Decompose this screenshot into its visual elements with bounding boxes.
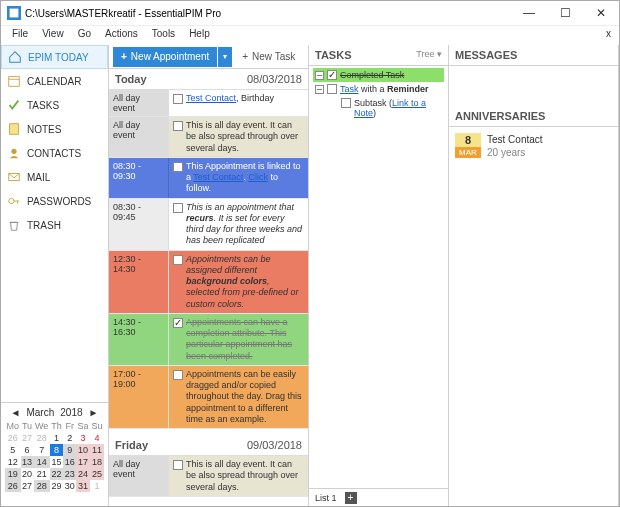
task-checkbox[interactable] — [327, 70, 337, 80]
nav-label: TASKS — [27, 100, 59, 111]
task-row[interactable]: –Task with a Reminder — [313, 82, 444, 96]
maximize-button[interactable]: ☐ — [547, 1, 583, 25]
menubar: File View Go Actions Tools Help x — [1, 25, 619, 45]
menu-help[interactable]: Help — [182, 26, 217, 45]
contacts-icon — [7, 146, 21, 160]
minimize-button[interactable]: — — [511, 1, 547, 25]
sidebar-item-calendar[interactable]: CALENDAR — [1, 69, 108, 93]
event-checkbox[interactable] — [173, 255, 183, 265]
nav-label: NOTES — [27, 124, 61, 135]
plus-icon: + — [121, 51, 127, 62]
sidebar-item-tasks[interactable]: TASKS — [1, 93, 108, 117]
nav-label: TRASH — [27, 220, 61, 231]
calendar-icon — [7, 74, 21, 88]
menu-file[interactable]: File — [5, 26, 35, 45]
cal-grid[interactable]: MoTuWeThFrSaSu 2627281234 567891011 1213… — [5, 420, 104, 492]
event-row[interactable]: 17:00 - 19:00Appointments can be easily … — [109, 366, 308, 429]
event-row[interactable]: 08:30 - 09:45This is an appointment that… — [109, 199, 308, 251]
day-date: 08/03/2018 — [247, 73, 302, 85]
cal-year: 2018 — [60, 407, 82, 418]
event-row[interactable]: 12:30 - 14:30Appointments can be assigne… — [109, 251, 308, 314]
sidebar-item-notes[interactable]: NOTES — [1, 117, 108, 141]
svg-rect-1 — [10, 9, 19, 18]
mail-icon — [7, 170, 21, 184]
new-appointment-dropdown[interactable]: ▾ — [218, 47, 232, 67]
date-badge: 8 MAR — [455, 133, 481, 159]
task-row[interactable]: Subtask (Link to a Note) — [313, 96, 444, 120]
task-checkbox[interactable] — [327, 84, 337, 94]
note-icon — [7, 122, 21, 136]
sidebar: EPIM TODAY CALENDAR TASKS NOTES CONTACTS… — [1, 45, 109, 506]
home-icon — [8, 50, 22, 64]
menu-go[interactable]: Go — [71, 26, 98, 45]
menu-view[interactable]: View — [35, 26, 71, 45]
new-task-button[interactable]: +New Task — [236, 47, 301, 67]
event-row[interactable]: 08:30 - 09:30This Appointment is linked … — [109, 158, 308, 199]
task-collapse[interactable]: – — [315, 71, 324, 80]
window-title: C:\Users\MASTERkreatif - EssentialPIM Pr… — [25, 8, 511, 19]
event-checkbox[interactable] — [173, 121, 183, 131]
nav-label: EPIM TODAY — [28, 52, 89, 63]
sidebar-item-trash[interactable]: TRASH — [1, 213, 108, 237]
event-checkbox[interactable] — [173, 370, 183, 380]
add-list-button[interactable]: + — [345, 492, 357, 504]
anniv-years: 20 years — [487, 146, 543, 159]
appointments-scroll[interactable]: Today 08/03/2018 All day eventTest Conta… — [109, 69, 308, 506]
messages-column: MESSAGES ANNIVERSARIES 8 MAR Test Contac… — [449, 45, 619, 506]
cal-prev[interactable]: ◄ — [11, 407, 21, 418]
task-list-tab[interactable]: List 1 — [315, 493, 337, 503]
mini-calendar[interactable]: ◄ March 2018 ► MoTuWeThFrSaSu 2627281234… — [1, 402, 108, 506]
event-checkbox[interactable] — [173, 318, 183, 328]
messages-header: MESSAGES — [449, 45, 618, 66]
tasks-view-mode[interactable]: Tree ▾ — [416, 49, 442, 61]
menu-tools[interactable]: Tools — [145, 26, 182, 45]
sidebar-item-contacts[interactable]: CONTACTS — [1, 141, 108, 165]
plus-icon: + — [242, 51, 248, 62]
day-header-friday: Friday 09/03/2018 — [109, 435, 308, 456]
event-row[interactable]: 14:30 - 16:30Appointments can have a com… — [109, 314, 308, 366]
menu-actions[interactable]: Actions — [98, 26, 145, 45]
anniversaries-header: ANNIVERSARIES — [449, 106, 618, 127]
key-icon — [7, 194, 21, 208]
event-row[interactable]: All day eventTest Contact, Birthday — [109, 90, 308, 117]
check-icon — [7, 98, 21, 112]
nav-label: CONTACTS — [27, 148, 81, 159]
day-date: 09/03/2018 — [247, 439, 302, 451]
new-appointment-button[interactable]: +New Appointment — [113, 47, 217, 67]
titlebar: C:\Users\MASTERkreatif - EssentialPIM Pr… — [1, 1, 619, 25]
nav-label: CALENDAR — [27, 76, 81, 87]
anniv-name: Test Contact — [487, 133, 543, 146]
appointments-column: +New Appointment ▾ +New Task Today 08/03… — [109, 45, 309, 506]
sidebar-item-epim-today[interactable]: EPIM TODAY — [1, 45, 108, 69]
app-icon — [7, 6, 21, 20]
svg-point-7 — [9, 198, 14, 203]
tasks-column: TASKS Tree ▾ –Completed Task –Task with … — [309, 45, 449, 506]
anniversary-item[interactable]: 8 MAR Test Contact 20 years — [449, 127, 618, 165]
sidebar-item-mail[interactable]: MAIL — [1, 165, 108, 189]
tasks-header: TASKS Tree ▾ — [309, 45, 448, 66]
event-checkbox[interactable] — [173, 203, 183, 213]
task-row[interactable]: –Completed Task — [313, 68, 444, 82]
event-checkbox[interactable] — [173, 94, 183, 104]
event-checkbox[interactable] — [173, 460, 183, 470]
nav-label: MAIL — [27, 172, 50, 183]
close-button[interactable]: ✕ — [583, 1, 619, 25]
day-header-today: Today 08/03/2018 — [109, 69, 308, 90]
cal-next[interactable]: ► — [89, 407, 99, 418]
event-row[interactable]: All day eventThis is all day event. It c… — [109, 117, 308, 158]
svg-rect-4 — [10, 124, 19, 135]
svg-point-5 — [11, 149, 16, 154]
nav-label: PASSWORDS — [27, 196, 91, 207]
task-collapse[interactable]: – — [315, 85, 324, 94]
menu-overflow[interactable]: x — [599, 26, 619, 45]
event-checkbox[interactable] — [173, 162, 183, 172]
svg-rect-2 — [9, 77, 20, 87]
cal-month: March — [26, 407, 54, 418]
task-list-tabs: List 1 + — [309, 488, 448, 506]
event-row[interactable]: All day eventThis is all day event. It c… — [109, 456, 308, 497]
task-checkbox[interactable] — [341, 98, 351, 108]
trash-icon — [7, 218, 21, 232]
sidebar-item-passwords[interactable]: PASSWORDS — [1, 189, 108, 213]
